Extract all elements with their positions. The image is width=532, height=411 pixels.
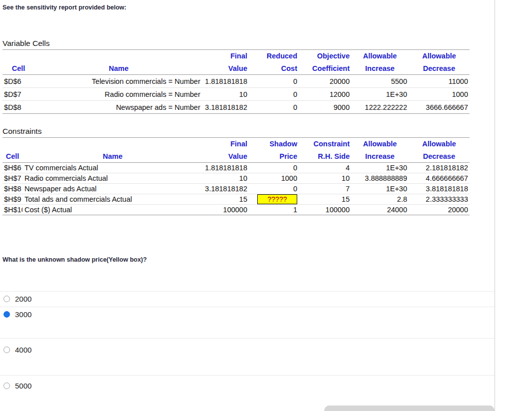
table-row: $D$6Television commercials = Number1.818… (2, 75, 470, 88)
table-header-row: Cell Name Value Price R.H. Side Increase… (2, 150, 470, 163)
value-cell: 1E+30 (351, 163, 409, 173)
constraints-body: $H$6TV commercials Actual1.818181818041E… (2, 163, 470, 215)
value-cell: 20000 (409, 205, 470, 215)
value-cell: 5500 (351, 75, 409, 88)
value-cell: 2.333333333 (409, 194, 470, 205)
value-cell: 20000 (299, 75, 351, 88)
radio-icon[interactable] (3, 347, 10, 353)
value-cell: 11000 (409, 75, 470, 88)
radio-icon[interactable] (3, 296, 10, 302)
table-row: $H$9Total ads and commercials Actual15??… (2, 194, 470, 205)
value-cell: 4 (299, 163, 351, 173)
table-row: $D$7Radio commercials = Number100120001E… (2, 88, 470, 101)
value-cell: 1.818181818 (203, 75, 249, 88)
column-header: Increase (351, 150, 409, 163)
value-cell: 0 (249, 184, 299, 194)
column-header: Value (203, 62, 249, 75)
value-cell: 10 (203, 173, 249, 184)
name-cell: Newspaper ads Actual (22, 184, 203, 194)
value-cell: 2.8 (351, 194, 409, 205)
column-header: Cell (2, 150, 22, 163)
value-cell: 9000 (299, 101, 351, 114)
value-cell: 2.181818182 (409, 163, 470, 173)
column-header: Allowable (351, 138, 409, 150)
highlighted-shadow-price-cell: ????? (257, 194, 297, 204)
name-cell: TV commercials Actual (22, 163, 203, 173)
column-header: Allowable (409, 138, 470, 150)
option-label: 3000 (15, 311, 31, 319)
answer-option-2000[interactable]: 2000 (0, 291, 495, 307)
value-cell: 3.181818182 (203, 101, 249, 114)
variable-cells-table: Final Reduced Objective Allowable Allowa… (2, 49, 470, 114)
value-cell: 24000 (351, 205, 409, 215)
cell-ref: $H$9 (2, 194, 22, 205)
value-cell: 1.818181818 (203, 163, 249, 173)
answer-option-4000[interactable]: 4000 (0, 338, 495, 375)
pane-divider (495, 0, 495, 411)
column-header: Final (203, 138, 249, 150)
value-cell: 1222.222222 (351, 101, 409, 114)
value-cell: 3.181818182 (203, 184, 249, 194)
value-cell: 100000 (203, 205, 249, 215)
value-cell: 0 (249, 88, 299, 101)
constraints-table: Final Shadow Constraint Allowable Allowa… (2, 137, 470, 215)
option-label: 4000 (15, 346, 31, 354)
name-cell: Television commercials = Number (34, 75, 203, 88)
value-cell: 3.818181818 (409, 184, 470, 194)
cell-ref: $H$10 (2, 205, 22, 215)
variable-cells-body: $D$6Television commercials = Number1.818… (2, 75, 470, 114)
value-cell: 1 (249, 205, 299, 215)
variable-cells-section: Variable Cells Final Reduced Objective A… (2, 39, 495, 114)
column-header: Final (203, 50, 249, 62)
answer-options-list: 2000300040005000 (0, 291, 495, 409)
value-cell: 10 (203, 88, 249, 101)
name-cell: Radio commercials Actual (22, 173, 203, 184)
column-header: Increase (351, 62, 409, 75)
column-header: Shadow (249, 138, 299, 150)
variable-cells-title: Variable Cells (2, 39, 495, 48)
option-label: 5000 (15, 382, 31, 390)
constraints-title: Constraints (2, 127, 495, 136)
question-text: What is the unknown shadow price(Yellow … (2, 256, 495, 263)
column-header: Objective (299, 50, 351, 62)
value-cell: 0 (249, 163, 299, 173)
column-header: Cost (249, 62, 299, 75)
table-header-row: Cell Name Value Cost Coefficient Increas… (2, 62, 470, 75)
column-header: R.H. Side (299, 150, 351, 163)
value-cell: 1000 (249, 173, 299, 184)
value-cell: 7 (299, 184, 351, 194)
value-cell: 100000 (299, 205, 351, 215)
value-cell: 1E+30 (351, 184, 409, 194)
column-header: Allowable (351, 50, 409, 62)
value-cell: 1000 (409, 88, 470, 101)
intro-text: See the sensitivity report provided belo… (2, 4, 495, 11)
table-row: $H$7Radio commercials Actual101000103.88… (2, 173, 470, 184)
radio-selected-icon[interactable] (3, 311, 10, 318)
cell-ref: $H$7 (2, 173, 22, 184)
column-header: Reduced (249, 50, 299, 62)
table-header-row: Final Shadow Constraint Allowable Allowa… (2, 138, 470, 150)
value-cell: 3666.666667 (409, 101, 470, 114)
column-header: Decrease (409, 150, 470, 163)
column-header: Coefficient (299, 62, 351, 75)
value-cell: 12000 (299, 88, 351, 101)
value-cell: 0 (249, 75, 299, 88)
quiz-content: See the sensitivity report provided belo… (0, 0, 495, 411)
horizontal-scrollbar-thumb[interactable] (324, 406, 495, 411)
name-cell: Radio commercials = Number (34, 88, 203, 101)
value-cell: 15 (299, 194, 351, 205)
name-cell: Newspaper ads = Number (34, 101, 203, 114)
value-cell: 10 (299, 173, 351, 184)
cell-ref: $H$8 (2, 184, 22, 194)
column-header: Decrease (409, 62, 470, 75)
radio-icon[interactable] (3, 383, 10, 389)
table-row: $H$6TV commercials Actual1.818181818041E… (2, 163, 470, 173)
column-header: Name (22, 150, 203, 163)
column-header: Constraint (299, 138, 351, 150)
answer-option-5000[interactable]: 5000 (0, 375, 495, 409)
column-header: Name (34, 62, 203, 75)
value-cell: 1E+30 (351, 88, 409, 101)
table-header-row: Final Reduced Objective Allowable Allowa… (2, 50, 470, 62)
value-cell: 15 (203, 194, 249, 205)
answer-option-3000[interactable]: 3000 (0, 307, 495, 338)
